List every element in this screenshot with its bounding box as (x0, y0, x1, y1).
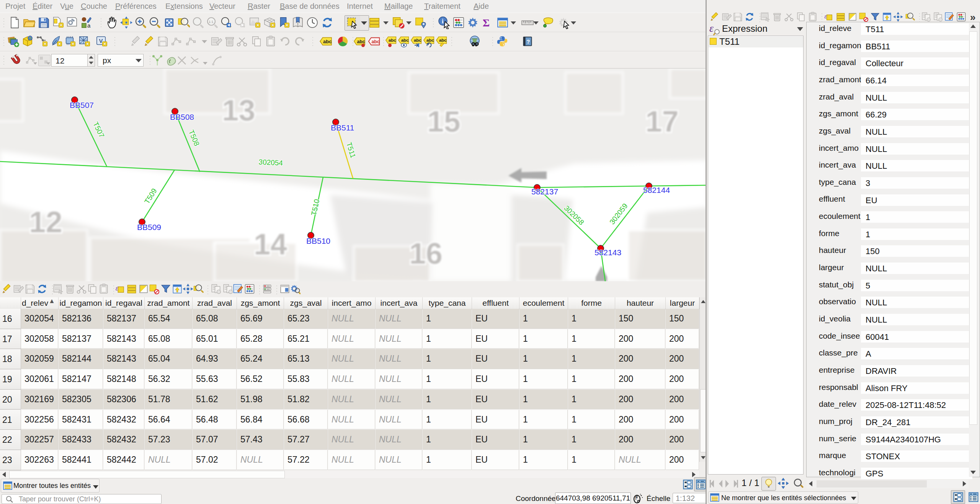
svg-text:582137: 582137 (531, 187, 558, 196)
svg-text:!: ! (635, 496, 637, 501)
svg-text:15: 15 (427, 104, 461, 138)
svg-text:582143: 582143 (595, 248, 621, 257)
svg-text:14: 14 (254, 227, 287, 261)
svg-text:16: 16 (409, 237, 443, 270)
svg-text:582144: 582144 (643, 186, 670, 194)
svg-text:BB511: BB511 (331, 123, 354, 132)
svg-text:12: 12 (29, 205, 62, 239)
svg-text:BB510: BB510 (306, 237, 330, 245)
svg-text:BB507: BB507 (70, 101, 94, 109)
svg-text:BB509: BB509 (137, 223, 161, 232)
svg-text:302054: 302054 (258, 158, 283, 167)
svg-text:13: 13 (222, 93, 255, 127)
svg-text:BB508: BB508 (170, 113, 194, 121)
svg-text:ε: ε (709, 22, 714, 34)
svg-text:17: 17 (645, 104, 679, 138)
